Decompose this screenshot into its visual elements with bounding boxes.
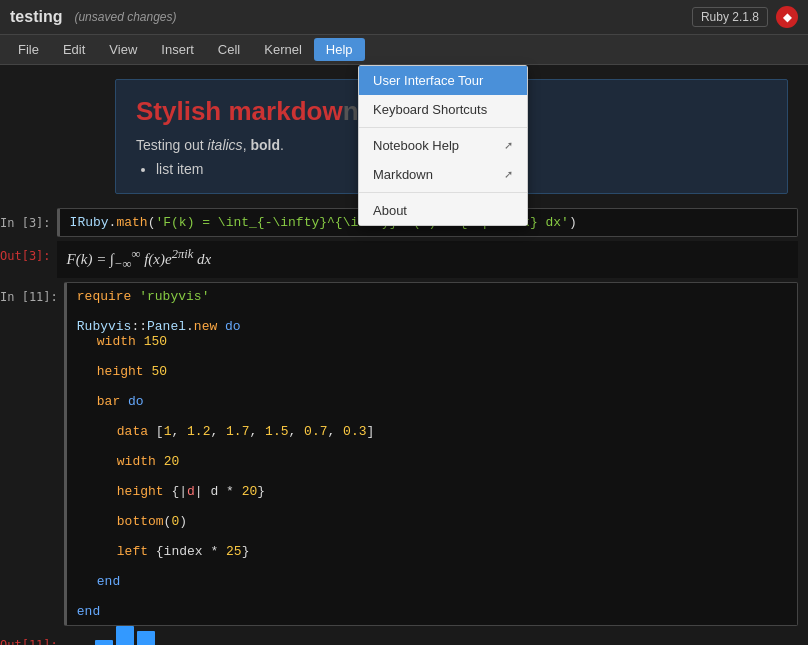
markdown-label: Markdown [373, 167, 433, 182]
dropdown-divider-2 [359, 192, 527, 193]
top-bar: testing (unsaved changes) Ruby 2.1.8 ◆ [0, 0, 808, 35]
notebook-help-label: Notebook Help [373, 138, 459, 153]
in11-label: In [11]: [0, 282, 64, 304]
dropdown-item-notebook-help[interactable]: Notebook Help ➚ [359, 131, 527, 160]
in11-code[interactable]: require 'rubyvis' Rubyvis::Panel.new do … [64, 282, 798, 626]
cell-out11-row: Out[11]: [0, 630, 808, 645]
out3-output: F(k) = ∫−∞∞ f(x)e2πik dx [57, 241, 798, 278]
dropdown-divider-1 [359, 127, 527, 128]
bar-4 [137, 631, 155, 645]
menu-view[interactable]: View [97, 38, 149, 61]
kernel-indicator: Ruby 2.1.8 [692, 7, 768, 27]
dropdown-item-ui-tour[interactable]: User Interface Tour [359, 66, 527, 95]
menu-cell[interactable]: Cell [206, 38, 252, 61]
ruby-icon: ◆ [776, 6, 798, 28]
out11-label: Out[11]: [0, 630, 64, 645]
dropdown-item-keyboard-shortcuts[interactable]: Keyboard Shortcuts [359, 95, 527, 124]
external-link-icon-notebook: ➚ [504, 139, 513, 152]
dropdown-item-markdown[interactable]: Markdown ➚ [359, 160, 527, 189]
out3-label: Out[3]: [0, 241, 57, 263]
notebook-title[interactable]: testing [10, 8, 62, 26]
math-formula: F(k) = ∫−∞∞ f(x)e2πik dx [67, 251, 212, 267]
in3-label: In [3]: [0, 208, 57, 230]
menu-insert[interactable]: Insert [149, 38, 206, 61]
help-dropdown-menu: User Interface Tour Keyboard Shortcuts N… [358, 65, 528, 226]
cell-in11-row: In [11]: require 'rubyvis' Rubyvis::Pane… [0, 282, 808, 626]
in11-content: require 'rubyvis' Rubyvis::Panel.new do … [64, 282, 798, 626]
menu-edit[interactable]: Edit [51, 38, 97, 61]
out3-content: F(k) = ∫−∞∞ f(x)e2πik dx [57, 241, 798, 278]
menu-kernel[interactable]: Kernel [252, 38, 314, 61]
menu-help[interactable]: Help [314, 38, 365, 61]
dropdown-item-about[interactable]: About [359, 196, 527, 225]
bar-2 [95, 640, 113, 645]
menu-bar: File Edit View Insert Cell Kernel Help [0, 35, 808, 65]
bar-3 [116, 626, 134, 645]
out11-content [64, 630, 798, 645]
external-link-icon-markdown: ➚ [504, 168, 513, 181]
bar-chart-output [64, 630, 798, 645]
menu-file[interactable]: File [6, 38, 51, 61]
cell-out3-row: Out[3]: F(k) = ∫−∞∞ f(x)e2πik dx [0, 241, 808, 278]
unsaved-changes-label: (unsaved changes) [74, 10, 176, 24]
markdown-cell-label [0, 73, 55, 95]
